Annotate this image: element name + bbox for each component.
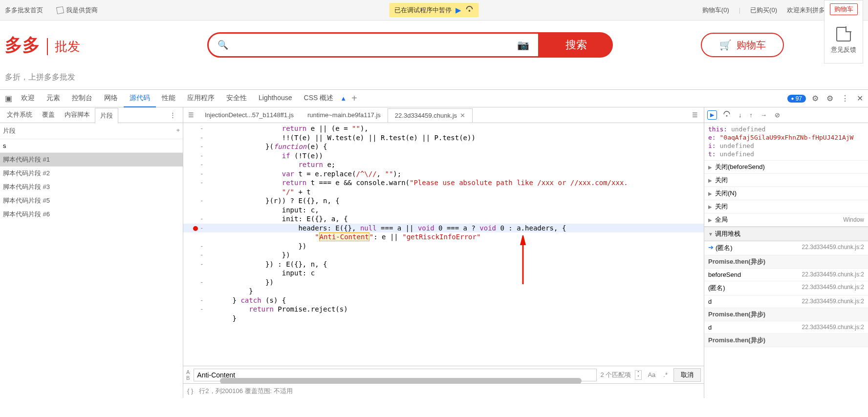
add-tab-icon[interactable]: + — [347, 93, 361, 104]
async-break: Promise.then(异步) — [704, 308, 868, 321]
devtools-tab-Lighthouse[interactable]: Lighthouse — [253, 90, 298, 107]
search-input-wrap[interactable]: 🔍 📷 — [207, 32, 540, 58]
navigator-tabs: 文件系统覆盖内容脚本片段 ⋮ — [0, 107, 183, 123]
snippet-item[interactable]: 脚本代码片段 #5 — [0, 194, 183, 208]
match-nav[interactable]: ˄˅ — [635, 370, 642, 380]
nav-tab-片段[interactable]: 片段 — [95, 108, 118, 124]
devtools-tab-源代码[interactable]: 源代码 — [124, 90, 156, 107]
closure-row[interactable]: ▶关闭(N) — [704, 187, 868, 200]
edit-icon[interactable] — [836, 27, 851, 42]
settings-icon[interactable]: ⚙ — [810, 94, 821, 103]
show-navigator-icon[interactable]: ☰ — [185, 111, 197, 119]
stack-frame[interactable]: d22.3d334459.chunk.js:2 — [704, 295, 868, 308]
closure-row[interactable]: ▶关闭 — [704, 200, 868, 213]
cursor-position: 行2，列200106 覆盖范围: 不适用 — [199, 387, 292, 396]
devtools-tab-网络[interactable]: 网络 — [98, 90, 124, 107]
scope-variables[interactable]: this: undefined e: "0aqAfaj5GilaU99xFhnZ… — [704, 123, 868, 161]
cancel-button[interactable]: 取消 — [673, 368, 701, 382]
closure-row[interactable]: ▶关闭(beforeSend) — [704, 161, 868, 174]
status-bar: { } 行2，列200106 覆盖范围: 不适用 — [183, 383, 704, 398]
side-cart-tab[interactable]: 购物车 — [830, 3, 858, 15]
snippets-header: 片段 + — [0, 123, 183, 139]
gear-icon[interactable]: ⚙ — [825, 94, 835, 103]
tagline: 多折，上拼多多批发 — [0, 69, 868, 89]
nav-home[interactable]: 多多批发首页 — [5, 6, 43, 15]
svg-point-3 — [726, 115, 728, 117]
async-break: Promise.then(异步) — [704, 255, 868, 269]
devtools-tab-CSS 概述[interactable]: CSS 概述 — [298, 90, 340, 107]
snippet-filter[interactable] — [0, 139, 183, 153]
nav-cart[interactable]: 购物车(0) — [702, 6, 729, 15]
case-toggle[interactable]: Aa — [646, 371, 657, 378]
more-icon[interactable]: ⋮ — [839, 94, 851, 103]
resume-icon[interactable]: ▶ — [456, 6, 461, 15]
close-icon[interactable]: ✕ — [855, 94, 865, 103]
svg-point-0 — [469, 10, 471, 12]
logo[interactable]: 多多 批发 — [5, 33, 80, 57]
closure-list[interactable]: ▶关闭(beforeSend)▶关闭▶关闭(N)▶关闭▶全局Window — [704, 161, 868, 227]
navigator-more-icon[interactable]: ⋮ — [165, 111, 181, 119]
stack-frame[interactable]: (匿名)22.3d334459.chunk.js:2 — [704, 241, 868, 255]
search-button[interactable]: 搜索 — [540, 32, 613, 58]
feedback-panel: 购物车 意见反馈 — [824, 0, 863, 63]
horizontal-scrollbar[interactable] — [220, 378, 582, 384]
snippet-item[interactable]: 脚本代码片段 #2 — [0, 167, 183, 180]
nav-tab-覆盖[interactable]: 覆盖 — [37, 107, 60, 123]
nav-tab-内容脚本[interactable]: 内容脚本 — [60, 107, 95, 123]
file-tab[interactable]: 22.3d334459.chunk.js ✕ — [388, 108, 473, 123]
site-header: 多多 批发 🔍 📷 搜索 🛒 购物车 — [0, 21, 868, 69]
callstack-header[interactable]: ▼调用堆栈 — [704, 227, 868, 241]
devtools-tab-性能[interactable]: 性能 — [156, 90, 181, 107]
feedback-text[interactable]: 意见反馈 — [831, 45, 856, 54]
file-more-icon[interactable]: ☰ — [688, 111, 702, 119]
deactivate-breakpoints-button[interactable]: ⊘ — [773, 111, 782, 119]
devtools-tabs: ▣ 欢迎元素控制台网络源代码性能应用程序安全性LighthouseCSS 概述 … — [0, 90, 868, 107]
topbar-links: 多多批发首页 我是供货商 — [5, 6, 98, 15]
devtools-tab-安全性[interactable]: 安全性 — [220, 90, 253, 107]
regex-toggle[interactable]: .* — [661, 371, 670, 378]
paused-text: 已在调试程序中暂停 — [394, 6, 452, 15]
devtools-tab-欢迎[interactable]: 欢迎 — [15, 90, 41, 107]
code-editor-panel: ☰ InjectionDetect...57_b1148ff1.jsruntim… — [183, 107, 704, 398]
issues-badge[interactable]: 97 — [787, 95, 806, 103]
close-icon[interactable]: ✕ — [460, 112, 465, 119]
stack-frame[interactable]: d22.3d334459.chunk.js:2 — [704, 321, 868, 334]
cart-icon: 🛒 — [719, 39, 732, 51]
snippet-item[interactable]: 脚本代码片段 #6 — [0, 208, 183, 221]
closure-row[interactable]: ▶全局Window — [704, 213, 868, 227]
nav-supplier[interactable]: 我是供货商 — [57, 6, 98, 15]
cart-button[interactable]: 🛒 购物车 — [701, 33, 784, 57]
async-break: Promise.then(异步) — [704, 334, 868, 347]
devtools-tab-应用程序[interactable]: 应用程序 — [181, 90, 220, 107]
file-tab[interactable]: InjectionDetect...57_b1148ff1.js — [198, 108, 301, 122]
step-over-button[interactable] — [721, 110, 733, 120]
css-beta-icon: ▲ — [340, 95, 347, 102]
breakpoint-icon[interactable]: { } — [187, 387, 193, 395]
call-stack[interactable]: (匿名)22.3d334459.chunk.js:2Promise.then(异… — [704, 241, 868, 347]
replace-toggle-icon[interactable]: AB — [186, 369, 190, 381]
camera-icon[interactable]: 📷 — [517, 39, 529, 51]
code-editor[interactable]: - return e || (e = ""),- !!(T(e) || W.te… — [183, 123, 704, 366]
nav-bought[interactable]: 已购买(0) — [750, 6, 777, 15]
step-button[interactable]: → — [759, 111, 769, 119]
nav-tab-文件系统[interactable]: 文件系统 — [2, 107, 37, 123]
logo-main: 多多 — [5, 33, 40, 57]
file-tabs: ☰ InjectionDetect...57_b1148ff1.jsruntim… — [183, 107, 704, 123]
inspect-icon[interactable]: ▣ — [3, 94, 14, 103]
step-over-icon[interactable] — [465, 5, 474, 15]
step-into-button[interactable]: ↓ — [737, 111, 744, 119]
cube-icon — [56, 6, 64, 14]
devtools-tab-元素[interactable]: 元素 — [41, 90, 66, 107]
closure-row[interactable]: ▶关闭 — [704, 174, 868, 187]
devtools-tab-控制台[interactable]: 控制台 — [66, 90, 98, 107]
stack-frame[interactable]: (匿名)22.3d334459.chunk.js:2 — [704, 281, 868, 295]
page-topbar: 多多批发首页 我是供货商 已在调试程序中暂停 ▶ 购物车(0) | 已购买(0)… — [0, 0, 868, 21]
file-tab[interactable]: runtime~main.be9fa117.js — [301, 108, 388, 122]
step-out-button[interactable]: ↑ — [748, 111, 755, 119]
stack-frame[interactable]: beforeSend22.3d334459.chunk.js:2 — [704, 269, 868, 281]
snippet-item[interactable]: 脚本代码片段 #3 — [0, 180, 183, 194]
snippet-item[interactable]: 脚本代码片段 #1 — [0, 153, 183, 167]
add-snippet-icon[interactable]: + — [176, 126, 180, 135]
debugger-paused-banner: 已在调试程序中暂停 ▶ — [390, 3, 479, 17]
resume-button[interactable]: ▶ — [707, 110, 717, 120]
